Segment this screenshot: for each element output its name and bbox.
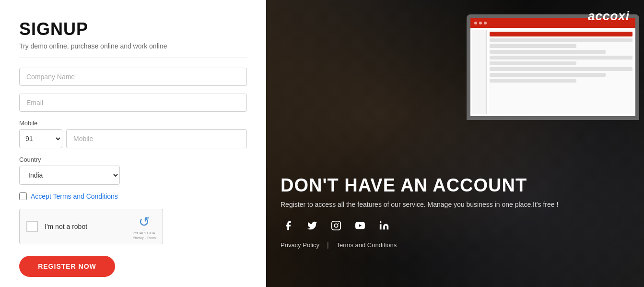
mobile-row: 91 1 44 [19,129,247,148]
right-panel: accoxi DON'T HAVE AN ACCOUNT Register to… [266,0,644,287]
main-headline: DON'T HAVE AN ACCOUNT [281,176,630,196]
logo-text: accoxi [588,9,630,24]
instagram-icon[interactable] [328,218,344,233]
screen-body [470,28,635,116]
social-icons [281,218,630,233]
captcha-text: I'm not a robot [45,223,133,230]
country-select[interactable]: India USA UK Canada Australia [19,166,120,185]
email-input[interactable] [19,94,247,112]
country-code-select[interactable]: 91 1 44 [19,129,62,148]
divider [19,58,247,58]
right-content: DON'T HAVE AN ACCOUNT Register to access… [281,176,630,249]
screen-content [489,30,633,114]
svg-point-2 [338,223,339,224]
recaptcha-icon: ↺ [139,214,150,230]
screen-sidebar [472,30,487,114]
linkedin-icon[interactable] [376,218,392,233]
screen-dot-3 [484,22,487,24]
screen-row-3 [490,44,576,48]
logo-area: accoxi [588,9,630,24]
svg-point-5 [380,221,382,223]
captcha-box[interactable]: I'm not a robot ↺ reCAPTCHA Privacy - Te… [19,209,163,244]
recaptcha-links: Privacy - Terms [133,236,156,239]
terms-checkbox[interactable] [19,192,27,200]
laptop-screen [467,14,639,120]
register-button[interactable]: REGISTER NOW [19,256,115,277]
screen-dot-1 [474,22,477,24]
email-group [19,94,247,112]
footer-divider: | [327,241,329,249]
recaptcha-brand: reCAPTCHA [133,231,155,235]
logo-acc: acc [588,9,610,23]
captcha-checkbox[interactable] [26,221,38,232]
page-title: SIGNUP [19,19,247,39]
twitter-icon[interactable] [304,218,320,233]
screen-row-7 [490,67,632,71]
mobile-input[interactable] [66,129,247,148]
footer-links: Privacy Policy | Terms and Conditions [281,241,630,249]
country-label: Country [19,156,247,163]
svg-point-1 [334,224,338,227]
svg-rect-0 [332,221,340,230]
screen-row-8 [490,73,606,77]
svg-rect-4 [380,224,382,229]
terms-label[interactable]: Accept Terms and Conditions [31,192,118,200]
logo-oxi: oxi [610,9,630,23]
laptop-illustration [452,10,644,154]
screen-row-4 [490,50,606,54]
privacy-policy-link[interactable]: Privacy Policy [281,241,319,249]
company-name-group [19,68,247,86]
company-name-input[interactable] [19,68,247,86]
screen-row-9 [490,79,576,83]
country-group: Country India USA UK Canada Australia [19,156,247,185]
left-panel: SIGNUP Try demo online, purchase online … [0,0,266,287]
mobile-group: Mobile 91 1 44 [19,120,247,148]
signup-subtitle: Try demo online, purchase online and wor… [19,42,247,50]
facebook-icon[interactable] [281,218,296,233]
terms-link[interactable]: Terms and Conditions [337,241,397,249]
screen-row-5 [490,56,632,60]
terms-row: Accept Terms and Conditions [19,192,247,200]
main-description: Register to access all the features of o… [281,201,630,208]
captcha-logo-area: ↺ reCAPTCHA Privacy - Terms [133,214,156,239]
youtube-icon[interactable] [352,218,368,233]
screen-row-2 [490,38,632,42]
mobile-label: Mobile [19,120,247,127]
screen-dot-2 [479,22,482,24]
screen-row-6 [490,61,576,65]
screen-row-1 [490,32,632,36]
